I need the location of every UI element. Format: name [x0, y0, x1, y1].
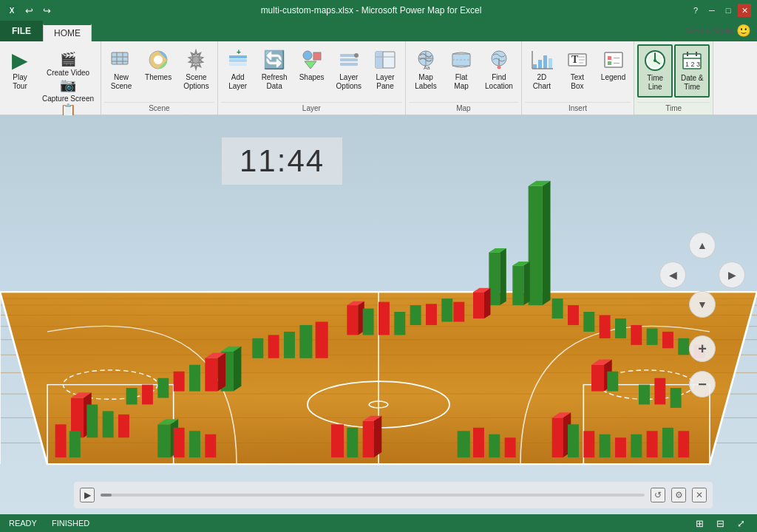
find-location-button[interactable]: FindLocation — [480, 44, 518, 98]
svg-rect-122 — [615, 318, 626, 338]
nav-down-button[interactable]: ▼ — [689, 291, 716, 318]
svg-text:1 2 3: 1 2 3 — [685, 61, 700, 68]
scene-group-label: Scene — [104, 102, 214, 115]
timeline-bar: ▶ ↺ ⚙ ✕ — [74, 482, 713, 508]
themes-button[interactable]: Themes — [140, 44, 177, 98]
svg-rect-132 — [639, 385, 650, 405]
svg-text:T: T — [571, 54, 579, 65]
svg-rect-119 — [568, 305, 579, 325]
status-right: ⊞ ⊟ ⤢ — [692, 516, 748, 530]
shapes-button[interactable]: Shapes — [294, 44, 330, 98]
svg-rect-147 — [189, 431, 200, 457]
nav-up-button[interactable]: ▲ — [689, 232, 716, 259]
2d-chart-button[interactable]: 2DChart — [525, 44, 559, 98]
svg-point-31 — [497, 66, 500, 69]
svg-rect-124 — [647, 328, 658, 344]
legend-button[interactable]: Legend — [596, 44, 631, 98]
zoom-out-button[interactable]: − — [689, 371, 716, 398]
svg-marker-82 — [543, 181, 551, 305]
capture-screen-icon: 📷 — [59, 77, 77, 93]
layer-items: + AddLayer 🔄 RefreshData Shapes LayerOpt… — [221, 44, 402, 100]
legend-label: Legend — [601, 73, 625, 82]
timeline-settings-button[interactable]: ⚙ — [671, 488, 686, 502]
svg-text:Aa: Aa — [424, 65, 430, 70]
layer-pane-button[interactable]: LayerPane — [368, 44, 402, 98]
svg-rect-138 — [86, 404, 98, 437]
time-line-button[interactable]: TimeLine — [637, 44, 673, 98]
app-icon: X — [6, 4, 18, 16]
add-layer-button[interactable]: + AddLayer — [221, 44, 255, 98]
status-view-normal-button[interactable]: ⊞ — [692, 516, 707, 530]
svg-rect-96 — [347, 305, 358, 335]
play-tour-label: PlayTour — [13, 73, 27, 91]
svg-rect-17 — [340, 58, 358, 61]
status-view-layout-button[interactable]: ⊟ — [713, 516, 727, 530]
svg-rect-99 — [363, 309, 374, 335]
minimize-button[interactable]: ─ — [705, 4, 719, 17]
layer-options-button[interactable]: LayerOptions — [331, 44, 367, 98]
window-title: multi-custom-maps.xlsx - Microsoft Power… — [261, 5, 482, 16]
scene-options-button[interactable]: SceneOptions — [178, 44, 214, 98]
zoom-in-button[interactable]: + — [689, 335, 716, 362]
svg-rect-95 — [426, 304, 437, 325]
play-tour-button[interactable]: ▶ PlayTour — [3, 44, 37, 98]
svg-marker-88 — [523, 262, 530, 305]
timeline-refresh-button[interactable]: ↺ — [651, 488, 665, 502]
send-smile[interactable]: Send a Smile 🙂 — [679, 24, 757, 38]
svg-rect-151 — [363, 421, 374, 457]
insert-group-label: Insert — [525, 102, 631, 115]
legend-icon — [602, 48, 625, 72]
timeline-track[interactable] — [101, 494, 645, 497]
svg-rect-34 — [538, 60, 542, 69]
layer-options-icon — [337, 48, 361, 72]
find-location-icon — [487, 48, 511, 72]
svg-rect-14 — [313, 52, 321, 60]
svg-rect-0 — [112, 52, 128, 64]
svg-rect-47 — [608, 61, 611, 65]
undo-button[interactable]: ↩ — [22, 4, 35, 17]
nav-left-button[interactable]: ◀ — [659, 262, 686, 288]
2d-chart-icon — [530, 48, 554, 72]
close-button[interactable]: ✕ — [738, 4, 751, 17]
tab-file[interactable]: FILE — [0, 21, 43, 41]
timeline-play-button[interactable]: ▶ — [80, 488, 95, 502]
find-location-label: FindLocation — [485, 73, 513, 91]
svg-rect-158 — [552, 417, 563, 457]
date-time-button[interactable]: 1 2 3 Date &Time — [674, 44, 710, 98]
svg-rect-106 — [252, 338, 263, 358]
add-layer-icon: + — [226, 48, 250, 72]
date-time-icon: 1 2 3 — [680, 49, 704, 72]
svg-rect-115 — [157, 378, 169, 398]
text-box-button[interactable]: T TextBox — [560, 44, 594, 98]
tab-home[interactable]: HOME — [43, 24, 92, 41]
refresh-data-button[interactable]: 🔄 RefreshData — [257, 44, 293, 98]
redo-button[interactable]: ↪ — [40, 4, 53, 17]
map-labels-button[interactable]: Aa MapLabels — [409, 44, 443, 98]
svg-rect-140 — [118, 415, 129, 437]
timeline-close-button[interactable]: ✕ — [692, 488, 707, 502]
new-scene-icon — [109, 48, 133, 72]
create-video-button[interactable]: 🎬 Create Video — [38, 47, 98, 72]
maximize-button[interactable]: □ — [722, 4, 735, 17]
svg-rect-86 — [512, 265, 523, 305]
title-bar-center: multi-custom-maps.xlsx - Microsoft Power… — [53, 5, 689, 16]
new-scene-button[interactable]: NewScene — [104, 44, 138, 98]
main-canvas: 11:44 — [0, 115, 757, 514]
status-view-fullscreen-button[interactable]: ⤢ — [733, 516, 748, 530]
flat-map-button[interactable]: FlatMap — [444, 44, 478, 98]
svg-rect-166 — [647, 431, 658, 457]
svg-marker-85 — [500, 248, 506, 305]
svg-rect-150 — [347, 428, 358, 457]
svg-rect-162 — [583, 431, 594, 457]
date-time-label: Date &Time — [681, 74, 704, 92]
svg-rect-35 — [543, 55, 547, 69]
layer-options-label: LayerOptions — [336, 73, 361, 91]
2d-chart-label: 2DChart — [533, 73, 551, 91]
svg-rect-11 — [229, 63, 247, 66]
svg-rect-92 — [441, 299, 452, 321]
scene-items: NewScene Themes SceneOptions — [104, 44, 214, 100]
nav-right-button[interactable]: ▶ — [719, 262, 745, 288]
shapes-icon — [300, 48, 324, 72]
help-button[interactable]: ? — [689, 4, 702, 17]
capture-screen-button[interactable]: 📷 Capture Screen — [38, 73, 98, 98]
